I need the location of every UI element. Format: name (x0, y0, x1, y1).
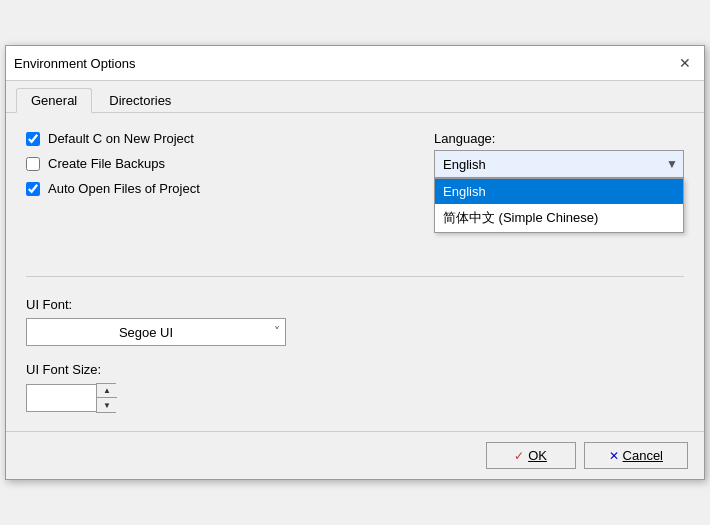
tab-directories[interactable]: Directories (94, 88, 186, 113)
ok-button[interactable]: ✓ OK (486, 442, 576, 469)
checkbox-default-c-input[interactable] (26, 132, 40, 146)
language-option-english[interactable]: English (435, 179, 683, 204)
content-area: Default C on New Project Create File Bac… (6, 113, 704, 431)
tab-general[interactable]: General (16, 88, 92, 113)
font-label: UI Font: (26, 297, 684, 312)
font-select-wrapper: Segoe UI Arial Tahoma Verdana ˅ (26, 318, 286, 346)
language-section: Language: English 简体中文 (Simple Chinese) … (434, 131, 684, 178)
cancel-button[interactable]: ✕ Cancel (584, 442, 688, 469)
font-size-label: UI Font Size: (26, 362, 684, 377)
close-button[interactable]: ✕ (674, 52, 696, 74)
language-select-wrapper: English 简体中文 (Simple Chinese) ▼ English … (434, 150, 684, 178)
dialog-title: Environment Options (14, 56, 135, 71)
language-label: Language: (434, 131, 684, 146)
cancel-underline: Cancel (623, 448, 663, 463)
font-section: UI Font: Segoe UI Arial Tahoma Verdana ˅… (26, 297, 684, 413)
footer: ✓ OK ✕ Cancel (6, 431, 704, 479)
ok-underline: OK (528, 448, 547, 463)
spinner-button-group: ▲ ▼ (96, 383, 116, 413)
cancel-icon: ✕ (609, 449, 619, 463)
spinner-down-button[interactable]: ▼ (97, 398, 117, 412)
section-divider (26, 276, 684, 277)
spinner-up-button[interactable]: ▲ (97, 384, 117, 398)
language-dropdown-menu: English 简体中文 (Simple Chinese) (434, 178, 684, 233)
language-select[interactable]: English 简体中文 (Simple Chinese) (434, 150, 684, 178)
checkbox-auto-open-input[interactable] (26, 182, 40, 196)
font-size-input[interactable]: 9 (26, 384, 96, 412)
font-size-spinner: 9 ▲ ▼ (26, 383, 126, 413)
tab-bar: General Directories (6, 81, 704, 113)
language-option-chinese[interactable]: 简体中文 (Simple Chinese) (435, 204, 683, 232)
environment-options-dialog: Environment Options ✕ General Directorie… (5, 45, 705, 480)
font-select[interactable]: Segoe UI Arial Tahoma Verdana (26, 318, 286, 346)
ok-icon: ✓ (514, 449, 524, 463)
checkbox-create-backups-input[interactable] (26, 157, 40, 171)
title-bar: Environment Options ✕ (6, 46, 704, 81)
